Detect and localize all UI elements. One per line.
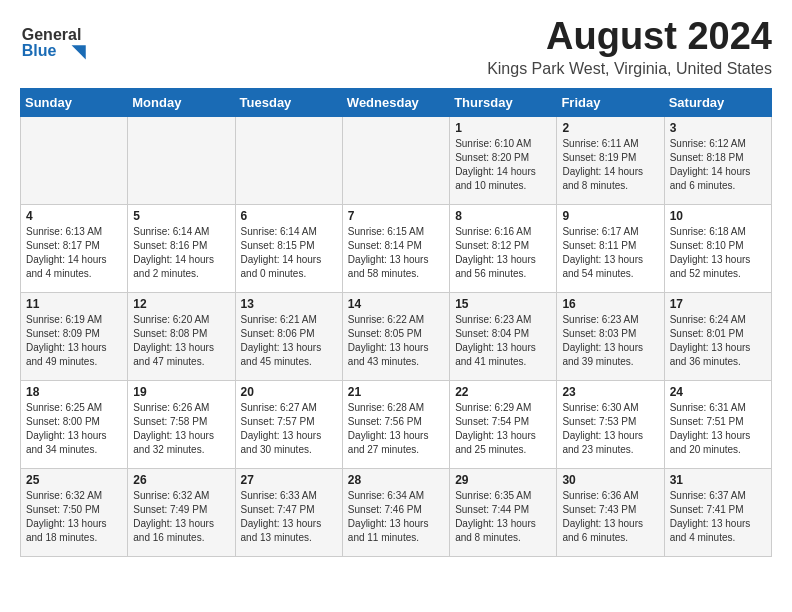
day-info: Sunrise: 6:13 AM Sunset: 8:17 PM Dayligh… xyxy=(26,225,122,281)
weekday-header-thursday: Thursday xyxy=(450,88,557,116)
calendar-cell: 23Sunrise: 6:30 AM Sunset: 7:53 PM Dayli… xyxy=(557,380,664,468)
weekday-header-sunday: Sunday xyxy=(21,88,128,116)
day-info: Sunrise: 6:25 AM Sunset: 8:00 PM Dayligh… xyxy=(26,401,122,457)
calendar-cell: 14Sunrise: 6:22 AM Sunset: 8:05 PM Dayli… xyxy=(342,292,449,380)
calendar-cell: 9Sunrise: 6:17 AM Sunset: 8:11 PM Daylig… xyxy=(557,204,664,292)
calendar-cell: 26Sunrise: 6:32 AM Sunset: 7:49 PM Dayli… xyxy=(128,468,235,556)
logo: General Blue xyxy=(20,20,100,60)
weekday-header-wednesday: Wednesday xyxy=(342,88,449,116)
day-info: Sunrise: 6:28 AM Sunset: 7:56 PM Dayligh… xyxy=(348,401,444,457)
weekday-header-friday: Friday xyxy=(557,88,664,116)
calendar-cell: 1Sunrise: 6:10 AM Sunset: 8:20 PM Daylig… xyxy=(450,116,557,204)
day-number: 17 xyxy=(670,297,766,311)
day-number: 30 xyxy=(562,473,658,487)
days-of-week-row: SundayMondayTuesdayWednesdayThursdayFrid… xyxy=(21,88,772,116)
day-number: 9 xyxy=(562,209,658,223)
calendar-cell xyxy=(21,116,128,204)
day-number: 27 xyxy=(241,473,337,487)
calendar-cell xyxy=(128,116,235,204)
day-number: 15 xyxy=(455,297,551,311)
day-info: Sunrise: 6:36 AM Sunset: 7:43 PM Dayligh… xyxy=(562,489,658,545)
day-number: 4 xyxy=(26,209,122,223)
day-number: 16 xyxy=(562,297,658,311)
logo-svg: General Blue xyxy=(20,20,100,60)
day-number: 23 xyxy=(562,385,658,399)
day-info: Sunrise: 6:11 AM Sunset: 8:19 PM Dayligh… xyxy=(562,137,658,193)
weekday-header-tuesday: Tuesday xyxy=(235,88,342,116)
calendar-week-3: 11Sunrise: 6:19 AM Sunset: 8:09 PM Dayli… xyxy=(21,292,772,380)
day-info: Sunrise: 6:12 AM Sunset: 8:18 PM Dayligh… xyxy=(670,137,766,193)
svg-marker-2 xyxy=(72,45,86,59)
calendar-cell: 30Sunrise: 6:36 AM Sunset: 7:43 PM Dayli… xyxy=(557,468,664,556)
day-info: Sunrise: 6:15 AM Sunset: 8:14 PM Dayligh… xyxy=(348,225,444,281)
calendar-cell xyxy=(235,116,342,204)
day-number: 26 xyxy=(133,473,229,487)
day-info: Sunrise: 6:33 AM Sunset: 7:47 PM Dayligh… xyxy=(241,489,337,545)
calendar-body: 1Sunrise: 6:10 AM Sunset: 8:20 PM Daylig… xyxy=(21,116,772,556)
calendar-cell: 4Sunrise: 6:13 AM Sunset: 8:17 PM Daylig… xyxy=(21,204,128,292)
calendar-cell: 21Sunrise: 6:28 AM Sunset: 7:56 PM Dayli… xyxy=(342,380,449,468)
calendar-week-4: 18Sunrise: 6:25 AM Sunset: 8:00 PM Dayli… xyxy=(21,380,772,468)
calendar-cell: 17Sunrise: 6:24 AM Sunset: 8:01 PM Dayli… xyxy=(664,292,771,380)
day-number: 29 xyxy=(455,473,551,487)
calendar-cell: 5Sunrise: 6:14 AM Sunset: 8:16 PM Daylig… xyxy=(128,204,235,292)
header: General Blue August 2024 Kings Park West… xyxy=(20,16,772,78)
calendar-table: SundayMondayTuesdayWednesdayThursdayFrid… xyxy=(20,88,772,557)
day-number: 7 xyxy=(348,209,444,223)
title-section: August 2024 Kings Park West, Virginia, U… xyxy=(487,16,772,78)
day-info: Sunrise: 6:16 AM Sunset: 8:12 PM Dayligh… xyxy=(455,225,551,281)
day-number: 1 xyxy=(455,121,551,135)
calendar-cell: 13Sunrise: 6:21 AM Sunset: 8:06 PM Dayli… xyxy=(235,292,342,380)
day-info: Sunrise: 6:31 AM Sunset: 7:51 PM Dayligh… xyxy=(670,401,766,457)
month-year-title: August 2024 xyxy=(487,16,772,58)
day-number: 25 xyxy=(26,473,122,487)
day-number: 2 xyxy=(562,121,658,135)
day-info: Sunrise: 6:26 AM Sunset: 7:58 PM Dayligh… xyxy=(133,401,229,457)
day-number: 22 xyxy=(455,385,551,399)
day-number: 10 xyxy=(670,209,766,223)
calendar-cell: 10Sunrise: 6:18 AM Sunset: 8:10 PM Dayli… xyxy=(664,204,771,292)
calendar-week-2: 4Sunrise: 6:13 AM Sunset: 8:17 PM Daylig… xyxy=(21,204,772,292)
calendar-cell: 18Sunrise: 6:25 AM Sunset: 8:00 PM Dayli… xyxy=(21,380,128,468)
calendar-cell: 8Sunrise: 6:16 AM Sunset: 8:12 PM Daylig… xyxy=(450,204,557,292)
day-number: 18 xyxy=(26,385,122,399)
day-number: 3 xyxy=(670,121,766,135)
calendar-cell: 24Sunrise: 6:31 AM Sunset: 7:51 PM Dayli… xyxy=(664,380,771,468)
calendar-cell: 29Sunrise: 6:35 AM Sunset: 7:44 PM Dayli… xyxy=(450,468,557,556)
day-info: Sunrise: 6:35 AM Sunset: 7:44 PM Dayligh… xyxy=(455,489,551,545)
day-info: Sunrise: 6:19 AM Sunset: 8:09 PM Dayligh… xyxy=(26,313,122,369)
day-info: Sunrise: 6:32 AM Sunset: 7:49 PM Dayligh… xyxy=(133,489,229,545)
day-info: Sunrise: 6:18 AM Sunset: 8:10 PM Dayligh… xyxy=(670,225,766,281)
day-number: 28 xyxy=(348,473,444,487)
weekday-header-monday: Monday xyxy=(128,88,235,116)
calendar-cell: 2Sunrise: 6:11 AM Sunset: 8:19 PM Daylig… xyxy=(557,116,664,204)
day-number: 12 xyxy=(133,297,229,311)
day-info: Sunrise: 6:23 AM Sunset: 8:03 PM Dayligh… xyxy=(562,313,658,369)
day-number: 14 xyxy=(348,297,444,311)
calendar-cell: 7Sunrise: 6:15 AM Sunset: 8:14 PM Daylig… xyxy=(342,204,449,292)
day-number: 5 xyxy=(133,209,229,223)
day-info: Sunrise: 6:22 AM Sunset: 8:05 PM Dayligh… xyxy=(348,313,444,369)
day-info: Sunrise: 6:37 AM Sunset: 7:41 PM Dayligh… xyxy=(670,489,766,545)
day-number: 13 xyxy=(241,297,337,311)
day-number: 21 xyxy=(348,385,444,399)
svg-text:Blue: Blue xyxy=(22,42,57,59)
day-number: 19 xyxy=(133,385,229,399)
calendar-cell: 11Sunrise: 6:19 AM Sunset: 8:09 PM Dayli… xyxy=(21,292,128,380)
calendar-week-1: 1Sunrise: 6:10 AM Sunset: 8:20 PM Daylig… xyxy=(21,116,772,204)
calendar-cell: 22Sunrise: 6:29 AM Sunset: 7:54 PM Dayli… xyxy=(450,380,557,468)
day-number: 6 xyxy=(241,209,337,223)
day-info: Sunrise: 6:34 AM Sunset: 7:46 PM Dayligh… xyxy=(348,489,444,545)
svg-text:General: General xyxy=(22,26,82,43)
calendar-cell: 16Sunrise: 6:23 AM Sunset: 8:03 PM Dayli… xyxy=(557,292,664,380)
calendar-cell: 31Sunrise: 6:37 AM Sunset: 7:41 PM Dayli… xyxy=(664,468,771,556)
day-number: 31 xyxy=(670,473,766,487)
day-info: Sunrise: 6:23 AM Sunset: 8:04 PM Dayligh… xyxy=(455,313,551,369)
day-number: 20 xyxy=(241,385,337,399)
calendar-cell: 25Sunrise: 6:32 AM Sunset: 7:50 PM Dayli… xyxy=(21,468,128,556)
calendar-cell: 15Sunrise: 6:23 AM Sunset: 8:04 PM Dayli… xyxy=(450,292,557,380)
calendar-cell: 3Sunrise: 6:12 AM Sunset: 8:18 PM Daylig… xyxy=(664,116,771,204)
day-info: Sunrise: 6:17 AM Sunset: 8:11 PM Dayligh… xyxy=(562,225,658,281)
calendar-cell: 20Sunrise: 6:27 AM Sunset: 7:57 PM Dayli… xyxy=(235,380,342,468)
calendar-cell: 6Sunrise: 6:14 AM Sunset: 8:15 PM Daylig… xyxy=(235,204,342,292)
